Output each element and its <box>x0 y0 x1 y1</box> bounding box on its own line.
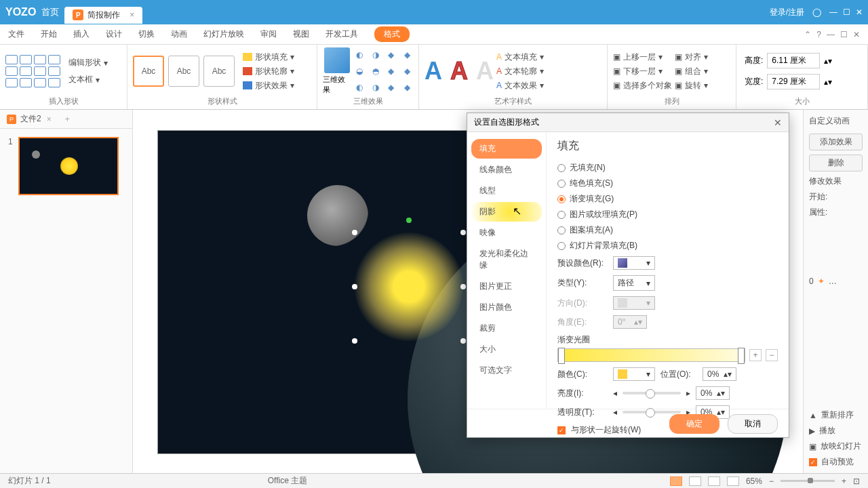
shape-fill-button[interactable]: 形状填充 ▾ <box>243 52 294 63</box>
transparency-slider[interactable] <box>623 411 681 413</box>
min-icon[interactable]: — <box>827 30 835 39</box>
height-spinner[interactable]: ▴▾ <box>824 56 832 66</box>
menu-view[interactable]: 视图 <box>293 28 309 40</box>
dialog-close-icon[interactable]: ✕ <box>774 117 782 128</box>
radio-no-fill[interactable]: 无填充(N) <box>557 160 778 176</box>
brightness-slider[interactable] <box>623 392 681 394</box>
edit-shape-button[interactable]: 编辑形状 ▾ <box>67 56 109 70</box>
menu-transition[interactable]: 切换 <box>138 28 155 40</box>
nav-size[interactable]: 大小 <box>471 340 542 359</box>
style-preset-3[interactable]: Abc <box>203 56 235 87</box>
collapse-ribbon-icon[interactable]: ⌃ <box>804 30 811 39</box>
nav-pic-correct[interactable]: 图片更正 <box>471 277 542 296</box>
nav-glow[interactable]: 发光和柔化边缘 <box>471 244 542 275</box>
nav-crop[interactable]: 裁剪 <box>471 319 542 338</box>
menu-format[interactable]: 格式 <box>374 26 410 42</box>
new-file-icon[interactable]: + <box>65 115 70 124</box>
textbox-button[interactable]: 文本框 ▾ <box>67 73 109 87</box>
restore-icon[interactable]: ☐ <box>840 30 848 39</box>
fit-icon[interactable]: ⊡ <box>853 476 860 486</box>
zoom-value[interactable]: 65% <box>746 476 762 486</box>
nav-fill[interactable]: 填充 <box>471 139 542 159</box>
width-spinner[interactable]: ▴▾ <box>824 77 832 87</box>
menu-slideshow[interactable]: 幻灯片放映 <box>203 28 244 40</box>
play-button[interactable]: ▶ 播放 <box>809 425 863 436</box>
wordart-gallery[interactable]: A A A <box>425 57 494 85</box>
selected-shape[interactable] <box>355 232 463 341</box>
radio-gradient[interactable]: 渐变填充(G) <box>557 191 778 207</box>
login-link[interactable]: 登录/注册 <box>770 7 804 18</box>
position-input[interactable]: 0%▴▾ <box>703 367 736 381</box>
style-preset-2[interactable]: Abc <box>168 56 199 87</box>
home-tab[interactable]: 首页 <box>41 6 59 18</box>
wordart-preset-2[interactable]: A <box>450 57 468 85</box>
close-icon[interactable]: ✕ <box>853 30 860 39</box>
bring-forward-button[interactable]: ▣ 上移一层 ▾ <box>613 52 672 63</box>
close-tab-icon[interactable]: × <box>130 10 134 20</box>
help-icon[interactable]: ? <box>816 30 821 39</box>
nav-pic-color[interactable]: 图片颜色 <box>471 298 542 317</box>
wordart-preset-1[interactable]: A <box>425 57 442 85</box>
wordart-preset-3[interactable]: A <box>476 57 494 85</box>
brightness-input[interactable]: 0%▴▾ <box>696 386 730 400</box>
zoom-out-icon[interactable]: − <box>769 476 774 486</box>
radio-pattern[interactable]: 图案填充(A) <box>557 222 778 238</box>
menu-animation[interactable]: 动画 <box>171 28 187 40</box>
radio-pic-texture[interactable]: 图片或纹理填充(P) <box>557 207 778 222</box>
send-backward-button[interactable]: ▣ 下移一层 ▾ <box>613 66 672 77</box>
rotate-button[interactable]: ▣ 旋转 ▾ <box>675 80 708 92</box>
text-fill-button[interactable]: A文本填充 ▾ <box>496 52 544 63</box>
zoom-in-icon[interactable]: + <box>842 476 846 486</box>
normal-view-icon[interactable] <box>670 476 682 486</box>
document-tab[interactable]: P 简报制作 × <box>64 7 142 24</box>
sorter-view-icon[interactable] <box>689 476 701 486</box>
close-file-icon[interactable]: × <box>47 115 52 124</box>
cancel-button[interactable]: 取消 <box>728 414 778 434</box>
stop-color-select[interactable]: ▾ <box>613 367 655 381</box>
preset-color-select[interactable]: ▾ <box>613 256 655 270</box>
menu-developer[interactable]: 开发工具 <box>326 28 358 40</box>
text-outline-button[interactable]: A文本轮廓 ▾ <box>496 66 544 77</box>
menu-review[interactable]: 审阅 <box>260 28 277 40</box>
slide-thumbnail-1[interactable] <box>18 137 119 195</box>
minimize-icon[interactable]: — <box>829 7 837 17</box>
effect-icon[interactable]: ✦ <box>818 277 825 286</box>
text-effect-button[interactable]: A文本效果 ▾ <box>496 80 544 92</box>
shape-effect-button[interactable]: 形状效果 ▾ <box>243 80 294 92</box>
threed-color-options[interactable]: ◆◆◆◆◆◆ <box>384 49 413 94</box>
ok-button[interactable]: 确定 <box>669 414 719 434</box>
shape-outline-button[interactable]: 形状轮廓 ▾ <box>243 66 294 77</box>
menu-insert[interactable]: 插入 <box>73 28 90 40</box>
remove-stop-icon[interactable]: − <box>766 349 778 361</box>
threed-icon[interactable] <box>324 47 350 73</box>
zoom-slider[interactable] <box>781 480 835 482</box>
menu-home[interactable]: 开始 <box>41 28 57 40</box>
group-button[interactable]: ▣ 组合 ▾ <box>675 66 708 77</box>
maximize-icon[interactable]: ☐ <box>843 7 850 17</box>
file-tab[interactable]: P文件2 <box>7 113 41 125</box>
add-effect-button[interactable]: 添加效果 <box>809 134 863 150</box>
reading-view-icon[interactable] <box>708 476 720 486</box>
select-objects-button[interactable]: ▣ 选择多个对象 <box>613 80 672 92</box>
threed-options[interactable]: ◐◑◒◓◐◑ <box>353 49 382 94</box>
rotate-with-checkbox[interactable]: ✓ <box>557 426 566 434</box>
close-window-icon[interactable]: ✕ <box>856 7 863 17</box>
nav-line-style[interactable]: 线型 <box>471 181 542 201</box>
menu-file[interactable]: 文件 <box>8 28 24 40</box>
height-input[interactable]: 6.11 厘米 <box>767 53 820 68</box>
shapes-gallery[interactable] <box>5 55 60 87</box>
style-preset-1[interactable]: Abc <box>133 56 164 87</box>
delete-effect-button[interactable]: 删除 <box>809 155 863 171</box>
user-icon[interactable]: ◯ <box>812 7 821 17</box>
slideshow-button[interactable]: ▣ 放映幻灯片 <box>809 441 863 452</box>
nav-shadow[interactable]: 阴影 <box>471 202 542 222</box>
menu-design[interactable]: 设计 <box>106 28 122 40</box>
autopreview-checkbox[interactable]: ✓ <box>809 458 817 466</box>
nav-alt-text[interactable]: 可选文字 <box>471 361 542 380</box>
nav-reflection[interactable]: 映像 <box>471 223 542 243</box>
nav-line-color[interactable]: 线条颜色 <box>471 160 542 180</box>
width-input[interactable]: 7.29 厘米 <box>767 74 820 89</box>
radio-solid[interactable]: 纯色填充(S) <box>557 176 778 191</box>
shape-style-gallery[interactable]: Abc Abc Abc <box>133 56 235 87</box>
add-stop-icon[interactable]: + <box>749 349 762 361</box>
